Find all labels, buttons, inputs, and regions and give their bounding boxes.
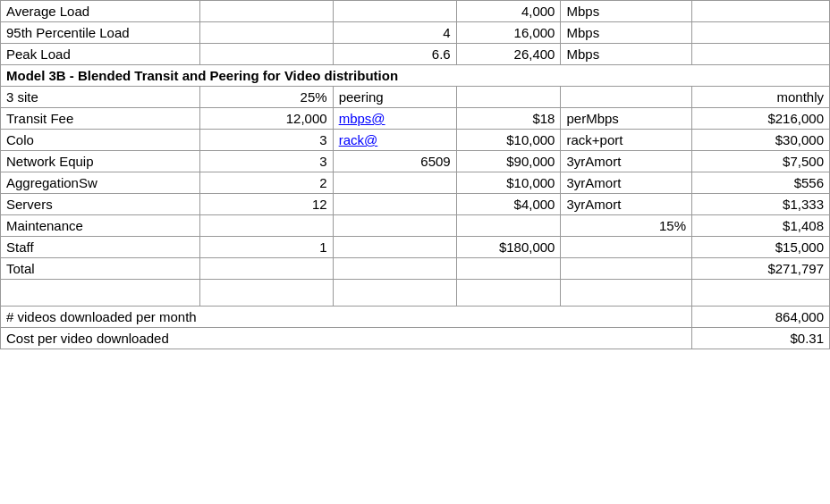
percentile-load-row: 95th Percentile Load 4 16,000 Mbps xyxy=(1,22,830,44)
network-equip-c3: 6509 xyxy=(333,151,456,172)
servers-label: Servers xyxy=(1,194,200,215)
site-c6: monthly xyxy=(692,87,830,108)
avg-load-c2 xyxy=(199,1,333,22)
network-equip-c2: 3 xyxy=(199,151,333,172)
transit-fee-row: Transit Fee 12,000 mbps@ $18 perMbps $21… xyxy=(1,108,830,130)
transit-fee-c2: 12,000 xyxy=(199,108,333,130)
peak-load-c6 xyxy=(692,44,830,65)
maintenance-c5: 15% xyxy=(561,215,692,237)
pct-load-c4: 16,000 xyxy=(456,22,561,44)
aggregation-sw-row: AggregationSw 2 $10,000 3yrAmort $556 xyxy=(1,172,830,194)
peak-load-label: Peak Load xyxy=(1,44,200,65)
empty-row xyxy=(1,280,830,307)
empty-c1 xyxy=(1,280,200,307)
total-c5 xyxy=(561,258,692,280)
network-equip-c6: $7,500 xyxy=(692,151,830,172)
maintenance-c3 xyxy=(333,215,456,237)
mbps-link[interactable]: mbps@ xyxy=(339,111,385,126)
peak-load-c4: 26,400 xyxy=(456,44,561,65)
staff-c3 xyxy=(333,237,456,258)
peak-load-c5: Mbps xyxy=(561,44,692,65)
servers-c2: 12 xyxy=(199,194,333,215)
colo-c3: rack@ xyxy=(333,130,456,151)
aggregation-sw-c6: $556 xyxy=(692,172,830,194)
aggregation-sw-c2: 2 xyxy=(199,172,333,194)
cost-per-video-c6: $0.31 xyxy=(692,328,830,349)
total-c6: $271,797 xyxy=(692,258,830,280)
colo-row: Colo 3 rack@ $10,000 rack+port $30,000 xyxy=(1,130,830,151)
peak-load-c3: 6.6 xyxy=(333,44,456,65)
pct-load-c6 xyxy=(692,22,830,44)
pct-load-c3: 4 xyxy=(333,22,456,44)
total-c3 xyxy=(333,258,456,280)
servers-row: Servers 12 $4,000 3yrAmort $1,333 xyxy=(1,194,830,215)
site-c5 xyxy=(561,87,692,108)
maintenance-label: Maintenance xyxy=(1,215,200,237)
avg-load-c3 xyxy=(333,1,456,22)
empty-c3 xyxy=(333,280,456,307)
videos-label: # videos downloaded per month xyxy=(1,307,692,328)
maintenance-c6: $1,408 xyxy=(692,215,830,237)
staff-label: Staff xyxy=(1,237,200,258)
servers-c3 xyxy=(333,194,456,215)
staff-c4: $180,000 xyxy=(456,237,561,258)
total-row: Total $271,797 xyxy=(1,258,830,280)
network-equip-row: Network Equip 3 6509 $90,000 3yrAmort $7… xyxy=(1,151,830,172)
network-equip-c4: $90,000 xyxy=(456,151,561,172)
avg-load-c5: Mbps xyxy=(561,1,692,22)
empty-c2 xyxy=(199,280,333,307)
maintenance-row: Maintenance 15% $1,408 xyxy=(1,215,830,237)
empty-c6 xyxy=(692,280,830,307)
rack-link[interactable]: rack@ xyxy=(339,132,378,147)
model-header-row: Model 3B - Blended Transit and Peering f… xyxy=(1,65,830,87)
total-c2 xyxy=(199,258,333,280)
cost-per-video-label: Cost per video downloaded xyxy=(1,328,692,349)
videos-row: # videos downloaded per month 864,000 xyxy=(1,307,830,328)
transit-fee-label: Transit Fee xyxy=(1,108,200,130)
aggregation-sw-c3 xyxy=(333,172,456,194)
main-table: Average Load 4,000 Mbps 95th Percentile … xyxy=(0,0,830,349)
avg-load-c6 xyxy=(692,1,830,22)
servers-c6: $1,333 xyxy=(692,194,830,215)
transit-fee-c4: $18 xyxy=(456,108,561,130)
network-equip-c5: 3yrAmort xyxy=(561,151,692,172)
aggregation-sw-c5: 3yrAmort xyxy=(561,172,692,194)
staff-c2: 1 xyxy=(199,237,333,258)
pct-load-c5: Mbps xyxy=(561,22,692,44)
staff-c6: $15,000 xyxy=(692,237,830,258)
colo-c6: $30,000 xyxy=(692,130,830,151)
total-c4 xyxy=(456,258,561,280)
videos-c6: 864,000 xyxy=(692,307,830,328)
transit-fee-c3: mbps@ xyxy=(333,108,456,130)
servers-c5: 3yrAmort xyxy=(561,194,692,215)
peak-load-c2 xyxy=(199,44,333,65)
avg-load-c4: 4,000 xyxy=(456,1,561,22)
total-label: Total xyxy=(1,258,200,280)
colo-label: Colo xyxy=(1,130,200,151)
avg-load-label: Average Load xyxy=(1,1,200,22)
staff-row: Staff 1 $180,000 $15,000 xyxy=(1,237,830,258)
site-c2: 25% xyxy=(199,87,333,108)
average-load-row: Average Load 4,000 Mbps xyxy=(1,1,830,22)
model-header-text: Model 3B - Blended Transit and Peering f… xyxy=(1,65,830,87)
colo-c5: rack+port xyxy=(561,130,692,151)
transit-fee-c6: $216,000 xyxy=(692,108,830,130)
servers-c4: $4,000 xyxy=(456,194,561,215)
site-row: 3 site 25% peering monthly xyxy=(1,87,830,108)
colo-c4: $10,000 xyxy=(456,130,561,151)
empty-c5 xyxy=(561,280,692,307)
peak-load-row: Peak Load 6.6 26,400 Mbps xyxy=(1,44,830,65)
staff-c5 xyxy=(561,237,692,258)
aggregation-sw-label: AggregationSw xyxy=(1,172,200,194)
site-label: 3 site xyxy=(1,87,200,108)
pct-load-label: 95th Percentile Load xyxy=(1,22,200,44)
empty-c4 xyxy=(456,280,561,307)
aggregation-sw-c4: $10,000 xyxy=(456,172,561,194)
maintenance-c2 xyxy=(199,215,333,237)
pct-load-c2 xyxy=(199,22,333,44)
site-c3: peering xyxy=(333,87,456,108)
site-c4 xyxy=(456,87,561,108)
network-equip-label: Network Equip xyxy=(1,151,200,172)
maintenance-c4 xyxy=(456,215,561,237)
transit-fee-c5: perMbps xyxy=(561,108,692,130)
